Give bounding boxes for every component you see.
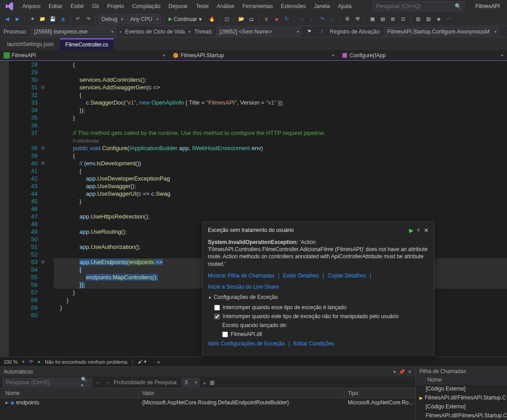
autos-search-input[interactable] bbox=[6, 379, 81, 386]
ext4-icon[interactable]: ⊡ bbox=[399, 15, 408, 24]
cb-break-thrown[interactable]: Interromper quando esse tipo de exceção … bbox=[214, 304, 429, 311]
exception-settings-header[interactable]: ▲Configurações de Exceção bbox=[208, 294, 429, 301]
panel-dropdown-icon[interactable]: ▾ bbox=[393, 369, 396, 375]
autos-title[interactable]: Automáticos ▾📌✕ bbox=[0, 367, 415, 377]
callstack-row[interactable]: ▶FilmesAPI.dll!FilmesAPI.Startup.C bbox=[416, 393, 507, 402]
threads-icon[interactable]: ⁝ bbox=[317, 27, 326, 36]
zoom-level[interactable]: 100 % bbox=[4, 359, 17, 365]
pause-icon[interactable]: ⏸ bbox=[262, 15, 271, 24]
menu-extensions[interactable]: Extensões bbox=[277, 2, 309, 11]
col-type[interactable]: Tipo bbox=[344, 390, 415, 396]
flag-icon[interactable]: ⚑ bbox=[305, 27, 314, 36]
menu-view[interactable]: Exibir bbox=[67, 2, 88, 11]
col-value[interactable]: Valor bbox=[139, 390, 344, 396]
link-edit-conditions[interactable]: Editar Condições bbox=[293, 340, 334, 348]
events-label[interactable]: Eventos de Ciclo de Vida bbox=[125, 29, 185, 35]
brush-icon[interactable]: 🖌 ▾ bbox=[138, 359, 147, 365]
step-into-icon[interactable]: ↓ bbox=[308, 15, 317, 24]
callstack-row[interactable]: [Código Externo] bbox=[416, 384, 507, 393]
nav-project[interactable]: FilmesAPI bbox=[0, 50, 169, 60]
platform-dropdown[interactable]: Any CPU bbox=[127, 14, 161, 24]
callstack-title[interactable]: Pilha de Chamadas bbox=[416, 367, 507, 375]
menu-test[interactable]: Teste bbox=[192, 2, 212, 11]
activation-dropdown[interactable]: FilmesAPI.Startup.Configure.AnonymousM bbox=[384, 27, 499, 36]
tab-filmecontroller[interactable]: FilmeController.cs bbox=[60, 38, 114, 50]
tool2-icon[interactable]: ▦ bbox=[210, 379, 215, 386]
menu-project[interactable]: Projeto bbox=[103, 2, 127, 11]
nav-fwd-icon[interactable]: → bbox=[105, 379, 110, 386]
folder-icon[interactable]: 📂 bbox=[237, 15, 246, 24]
more4-icon[interactable]: ⋯ bbox=[444, 15, 453, 24]
link-details[interactable]: Exibir Detalhes bbox=[283, 272, 319, 280]
popup-pin-icon[interactable]: ⫯ bbox=[417, 227, 420, 234]
popup-continue-icon[interactable]: ▶ bbox=[409, 227, 414, 234]
ext3-icon[interactable]: ⊞ bbox=[389, 15, 397, 24]
continue-button[interactable]: ▶Continuar ▾ bbox=[167, 14, 206, 24]
browse-icon[interactable]: ◫ bbox=[222, 15, 231, 24]
menu-edit[interactable]: Editar bbox=[45, 2, 66, 11]
link-callstack[interactable]: Mostrar Pilha de Chamadas bbox=[208, 272, 275, 280]
new-icon[interactable]: ✦ bbox=[28, 15, 37, 24]
autos-row[interactable]: ▶◈endpoints {Microsoft.AspNetCore.Routin… bbox=[0, 398, 415, 407]
tool-icon[interactable]: ⚙ bbox=[343, 15, 352, 24]
expand-icon[interactable]: ▶ bbox=[5, 400, 8, 405]
more2-icon[interactable]: ▧ bbox=[424, 15, 433, 24]
scroll-left-icon[interactable]: ◄ bbox=[156, 359, 161, 365]
restart-icon[interactable]: ↻ bbox=[283, 15, 292, 24]
step-out-icon[interactable]: ↑ bbox=[328, 15, 337, 24]
panel-pin-icon[interactable]: 📌 bbox=[399, 369, 405, 375]
col-name[interactable]: Nome bbox=[0, 390, 139, 396]
save-icon[interactable]: 💾 bbox=[48, 15, 57, 24]
config-dropdown[interactable]: Debug bbox=[98, 14, 126, 24]
save-all-icon[interactable]: 🗎 bbox=[59, 15, 68, 24]
menu-build[interactable]: Compilação bbox=[128, 2, 164, 11]
more1-icon[interactable]: ▥ bbox=[414, 15, 422, 24]
menu-window[interactable]: Janela bbox=[310, 2, 333, 11]
more3-icon[interactable]: ◈ bbox=[434, 15, 443, 24]
tab-launchsettings[interactable]: launchSettings.json bbox=[2, 38, 59, 50]
cb-break-unhandled[interactable]: Interromper quando este tipo de exceção … bbox=[214, 313, 429, 320]
menu-debug[interactable]: Depurar bbox=[165, 2, 191, 11]
ext2-icon[interactable]: ▤ bbox=[378, 15, 387, 24]
process-dropdown[interactable]: [25656] iisexpress.exe bbox=[31, 27, 116, 36]
menu-git[interactable]: Git bbox=[89, 2, 102, 11]
menu-help[interactable]: Ajuda bbox=[334, 2, 355, 11]
fold-column[interactable]: ⊟⊟⊟⊟ bbox=[40, 61, 54, 357]
link-open-settings[interactable]: Abrir Configurações de Exceção bbox=[208, 340, 285, 348]
tree-icon[interactable]: 🗂 bbox=[247, 15, 256, 24]
debug-bar: Processo: [25656] iisexpress.exe ▪ Event… bbox=[0, 26, 507, 38]
menu-analyze[interactable]: Análise bbox=[213, 2, 238, 11]
callstack-row[interactable]: [Código Externo] bbox=[416, 402, 507, 411]
nav-class[interactable]: FilmesAPI.Startup bbox=[169, 50, 338, 60]
hot-reload-icon[interactable]: 🔥 bbox=[207, 15, 216, 24]
step-icon[interactable]: → bbox=[297, 15, 306, 24]
nav-fwd-icon[interactable]: ▶ bbox=[13, 15, 22, 24]
nav-back-icon[interactable]: ← bbox=[96, 379, 101, 386]
nav-back-icon[interactable]: ◀ bbox=[3, 15, 12, 24]
popup-close-icon[interactable]: ✕ bbox=[424, 227, 429, 234]
search-input[interactable] bbox=[376, 3, 455, 9]
nav-method[interactable]: Configure(IApp bbox=[338, 50, 507, 60]
tool2-icon[interactable]: ⚒ bbox=[353, 15, 362, 24]
depth-dropdown[interactable]: 3 bbox=[182, 378, 199, 387]
stop-icon[interactable]: ■ bbox=[272, 15, 281, 24]
tool-icon[interactable]: ⟁ bbox=[203, 379, 206, 386]
undo-icon[interactable]: ↶ bbox=[73, 15, 82, 24]
autos-search[interactable]: 🔍▾ bbox=[3, 378, 92, 387]
cb-except-dll[interactable]: FilmesAPI.dll bbox=[222, 331, 429, 338]
menu-tools[interactable]: Ferramentas bbox=[239, 2, 276, 11]
step-over-icon[interactable]: ↷ bbox=[318, 15, 327, 24]
callstack-row[interactable]: FilmesAPI.dll!FilmesAPI.Startup.C bbox=[416, 411, 507, 420]
menu-file[interactable]: Arquivo bbox=[19, 2, 44, 11]
breakpoint-margin[interactable] bbox=[0, 61, 9, 357]
link-copy[interactable]: Copiar Detalhes bbox=[328, 272, 366, 280]
panel-close-icon[interactable]: ✕ bbox=[408, 369, 412, 375]
link-liveshare[interactable]: Inicie a Sessão do Live Share bbox=[208, 283, 279, 291]
code-editor[interactable]: 💡 28293031323334353637383940414243444546… bbox=[0, 61, 507, 357]
open-icon[interactable]: 📁 bbox=[38, 15, 47, 24]
search-icon: 🔍▾ bbox=[81, 377, 89, 388]
ext1-icon[interactable]: ▦ bbox=[368, 15, 377, 24]
redo-icon[interactable]: ↷ bbox=[84, 15, 93, 24]
thread-dropdown[interactable]: [29652] <Sem Nome> bbox=[216, 27, 301, 36]
global-search[interactable]: 🔍 bbox=[373, 1, 465, 11]
